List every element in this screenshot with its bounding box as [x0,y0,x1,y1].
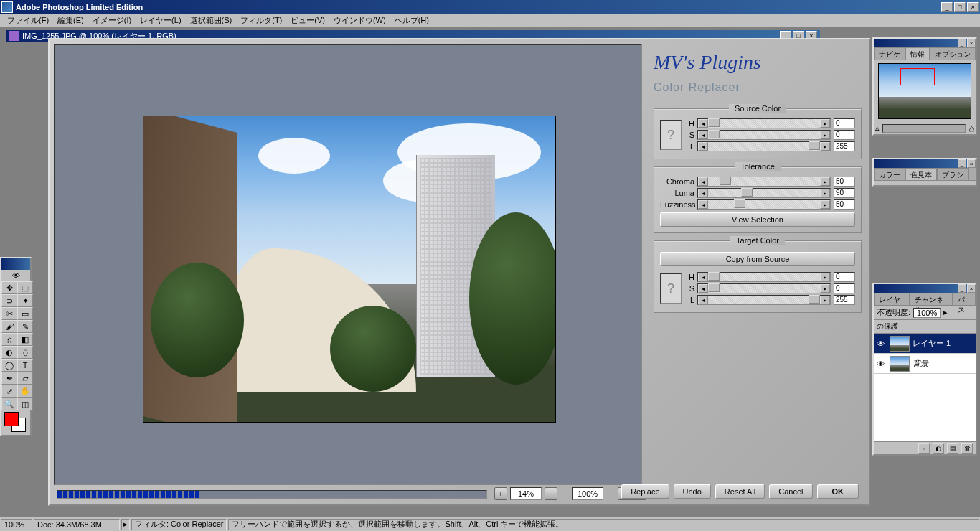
replace-button[interactable]: Replace [621,484,669,499]
source-l-slider[interactable]: ◂▸ [697,141,831,151]
target-s-slider[interactable]: ◂▸ [697,283,831,293]
panel-close-icon[interactable]: × [967,39,976,47]
crop-tool-icon[interactable]: ✂ [1,307,17,320]
nav-zoom-slider[interactable] [882,124,966,133]
zoom-in-icon[interactable]: △ [969,123,974,133]
zoom-100-box[interactable]: 100% [572,487,603,500]
stamp-tool-icon[interactable]: ⎌ [1,333,17,346]
maximize-button[interactable]: □ [954,2,966,12]
target-h-slider[interactable]: ◂▸ [697,272,831,282]
blur-tool-icon[interactable]: ⬯ [17,346,33,359]
panel-close-icon[interactable]: × [967,159,976,168]
swatches-tab[interactable]: 色見本 [905,168,937,180]
source-s-value[interactable]: 0 [834,130,855,140]
trash-icon[interactable]: 🗑 [961,443,973,454]
source-swatch[interactable]: ? [660,120,682,150]
source-h-value[interactable]: 0 [834,118,855,128]
source-l-value[interactable]: 255 [834,141,855,151]
channels-tab[interactable]: チャンネル [910,293,952,305]
color-tab[interactable]: カラー [874,168,905,180]
status-zoom[interactable]: 100% [1,519,32,530]
menu-file[interactable]: ファイル(F) [3,14,53,27]
target-swatch[interactable]: ? [660,273,682,304]
eyedropper-tool-icon[interactable]: ⤢ [1,385,17,398]
preview-image[interactable] [143,116,556,423]
menu-select[interactable]: 選択範囲(S) [186,14,237,27]
toolbox-header[interactable] [1,258,30,270]
target-l-value[interactable]: 255 [834,295,855,305]
menu-view[interactable]: ビュー(V) [286,14,329,27]
type-tool-icon[interactable]: T [17,359,33,372]
luma-slider[interactable]: ◂▸ [697,188,831,198]
menu-filter[interactable]: フィルタ(T) [236,14,286,27]
layer-visibility-icon[interactable]: 👁 [874,360,887,368]
opacity-value[interactable]: 100% [913,308,941,318]
menu-layer[interactable]: レイヤー(L) [136,14,185,27]
brushes-tab[interactable]: ブラシ [937,168,969,180]
menu-edit[interactable]: 編集(E) [53,14,88,27]
zoom-out-button[interactable]: − [545,487,557,500]
layer-thumbnail[interactable] [890,336,910,352]
info-tab[interactable]: 情報 [905,47,930,60]
navigator-view-rect[interactable] [900,68,935,85]
notes-tool-icon[interactable]: ◫ [17,398,33,410]
options-tab[interactable]: オプション [930,47,976,60]
pen-tool-icon[interactable]: ✒ [1,372,17,385]
navigator-preview[interactable] [878,63,971,119]
shape-tool-icon[interactable]: ▱ [17,372,33,385]
ok-button[interactable]: OK [817,484,859,499]
layer-thumbnail[interactable] [890,356,910,372]
new-layer-icon[interactable]: ▫ [918,443,930,454]
layer-name[interactable]: 背景 [913,358,928,369]
menu-image[interactable]: イメージ(I) [88,14,136,27]
hand-tool-icon[interactable]: ✋ [17,385,33,398]
layer-item[interactable]: 👁 レイヤー 1 [874,334,976,354]
lasso-tool-icon[interactable]: ⊃ [1,294,17,307]
zoom-out-icon[interactable]: ▵ [875,123,880,133]
opacity-dropdown-icon[interactable]: ▸ [943,308,948,317]
panel-minimize-icon[interactable]: _ [958,284,966,293]
chroma-value[interactable]: 50 [834,177,855,187]
fg-color-swatch[interactable] [4,412,19,426]
minimize-button[interactable]: _ [941,2,953,12]
copy-from-source-button[interactable]: Copy from Source [660,252,855,266]
panel-minimize-icon[interactable]: _ [958,39,966,47]
layer-visibility-icon[interactable]: 👁 [874,339,887,348]
wand-tool-icon[interactable]: ✦ [17,294,33,307]
zoom-in-button[interactable]: + [494,487,507,500]
move-tool-icon[interactable]: ✥ [1,281,17,294]
luma-value[interactable]: 90 [834,188,855,198]
source-h-slider[interactable]: ◂▸ [697,118,831,128]
color-swatches[interactable] [1,410,30,435]
close-button[interactable]: × [967,2,979,12]
new-doc-icon[interactable]: ▤ [947,443,958,454]
layer-item[interactable]: 👁 背景 [874,354,976,374]
source-s-slider[interactable]: ◂▸ [697,130,831,140]
gradient-tool-icon[interactable]: ◐ [1,346,17,359]
zoom-tool-icon[interactable]: 🔍 [1,398,17,410]
paths-tab[interactable]: パス [953,293,976,305]
view-selection-button[interactable]: View Selection [660,212,855,227]
status-dropdown-icon[interactable]: ▸ [121,519,130,530]
reset-button[interactable]: Reset All [715,484,765,499]
panel-minimize-icon[interactable]: _ [958,159,966,168]
chroma-slider[interactable]: ◂▸ [697,177,831,187]
layers-tab[interactable]: レイヤー [874,293,910,305]
nav-tab[interactable]: ナビゲ [874,47,905,60]
layer-name[interactable]: レイヤー 1 [913,338,951,349]
panel-close-icon[interactable]: × [967,284,976,293]
menu-help[interactable]: ヘルプ(H) [390,14,433,27]
target-s-value[interactable]: 0 [834,283,855,293]
dodge-tool-icon[interactable]: ◯ [1,359,17,372]
fuzz-slider[interactable]: ◂▸ [697,199,831,210]
target-l-slider[interactable]: ◂▸ [697,295,831,305]
target-h-value[interactable]: 0 [834,272,855,282]
marquee-tool-icon[interactable]: ⬚ [17,281,33,294]
fuzz-value[interactable]: 50 [834,199,855,210]
mask-icon[interactable]: ◐ [933,443,944,454]
pencil-tool-icon[interactable]: ✎ [17,320,33,333]
eraser-tool-icon[interactable]: ◧ [17,333,33,346]
cancel-button[interactable]: Cancel [769,484,812,499]
slice-tool-icon[interactable]: ▭ [17,307,33,320]
menu-window[interactable]: ウインドウ(W) [329,14,390,27]
